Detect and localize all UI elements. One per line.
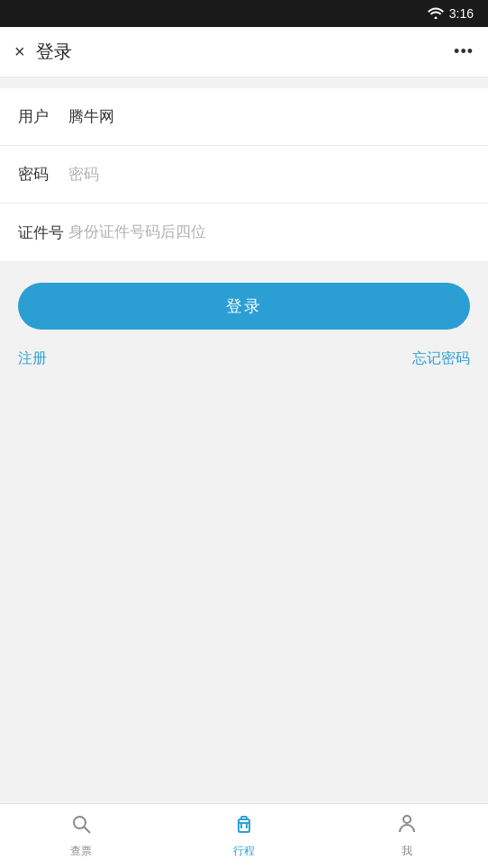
nav-item-trip[interactable]: 行程	[163, 813, 326, 859]
password-row: 密码	[0, 146, 488, 203]
page-title: 登录	[36, 40, 72, 64]
id-input[interactable]	[68, 223, 470, 241]
svg-point-0	[74, 817, 86, 828]
svg-line-1	[85, 827, 91, 834]
close-icon[interactable]: ×	[14, 41, 25, 62]
id-label: 证件号	[18, 222, 68, 243]
id-row: 证件号	[0, 203, 488, 261]
person-icon	[396, 813, 418, 840]
links-row: 注册 忘记密码	[0, 340, 488, 377]
user-row: 用户 腾牛网	[0, 88, 488, 146]
status-bar: 3:16	[0, 0, 488, 27]
nav-item-search[interactable]: 查票	[0, 813, 163, 859]
nav-bar: × 登录 •••	[0, 27, 488, 77]
register-link[interactable]: 注册	[18, 349, 47, 368]
password-input[interactable]	[68, 166, 470, 184]
bottom-nav: 查票 行程 我	[0, 803, 488, 868]
more-icon[interactable]: •••	[454, 42, 474, 61]
svg-point-6	[403, 816, 411, 823]
nav-label-search: 查票	[70, 844, 92, 859]
status-time: 3:16	[449, 6, 474, 21]
nav-item-me[interactable]: 我	[325, 813, 488, 859]
luggage-icon	[233, 813, 255, 840]
login-button[interactable]: 登录	[18, 283, 470, 330]
nav-label-me: 我	[402, 844, 412, 859]
search-icon	[70, 813, 92, 840]
forgot-password-link[interactable]: 忘记密码	[412, 349, 470, 368]
form-container: 用户 腾牛网 密码 证件号	[0, 88, 488, 261]
wifi-icon	[428, 6, 444, 22]
nav-left: × 登录	[14, 40, 72, 64]
user-label: 用户	[18, 106, 68, 127]
login-btn-container: 登录	[0, 261, 488, 340]
svg-rect-2	[239, 819, 249, 832]
user-value: 腾牛网	[68, 106, 470, 127]
nav-label-trip: 行程	[233, 844, 255, 859]
password-label: 密码	[18, 164, 68, 185]
